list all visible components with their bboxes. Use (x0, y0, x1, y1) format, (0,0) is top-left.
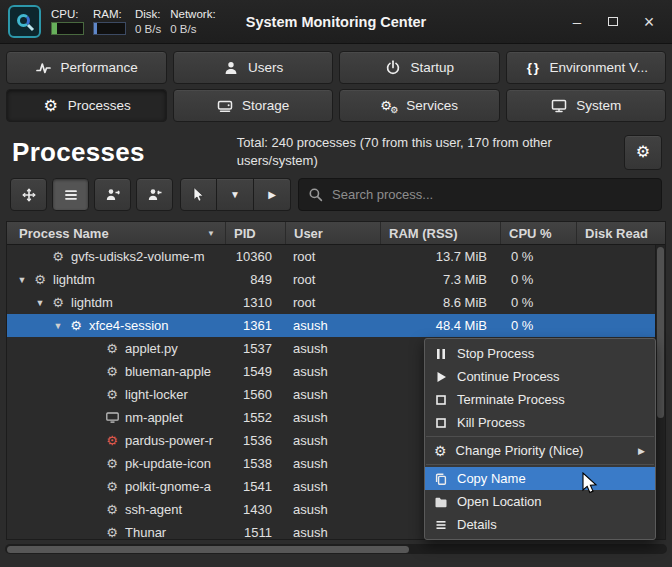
app-window: CPU:RAM:Disk:0 B/sNetwork:0 B/s System M… (0, 0, 672, 567)
vertical-scrollbar-thumb[interactable] (657, 247, 664, 418)
cell-pid: 1541 (225, 479, 285, 494)
process-name-text: applet.py (123, 341, 178, 356)
cell-cpu: 0 % (500, 272, 576, 287)
app-logo-icon (8, 5, 41, 38)
process-icon: ⚙ (68, 319, 84, 332)
menu-item-change-priority-nice[interactable]: ⚙Change Priority (Nice)▶ (425, 439, 655, 462)
column-label: CPU % (509, 226, 552, 241)
toolbar-buttons (10, 178, 173, 211)
process-name-text: light-locker (123, 387, 188, 402)
process-name-text: pardus-power-r (123, 433, 213, 448)
process-icon: ⚙ (104, 503, 120, 516)
tab-startup[interactable]: Startup (339, 51, 500, 84)
cell-ram: 7.3 MiB (380, 272, 500, 287)
user-processes-button[interactable] (94, 178, 131, 211)
menu-item-copy-name[interactable]: Copy Name (425, 467, 655, 490)
process-row-lightdm[interactable]: ▼⚙lightdm849root7.3 MiB0 % (7, 268, 665, 291)
braces-icon: { } (523, 59, 541, 76)
minimize-button[interactable]: – (562, 7, 592, 37)
cell-pid: 1361 (225, 318, 285, 333)
process-row-xfce4-session[interactable]: ▼⚙xfce4-session1361asush48.4 MiB0 % (7, 314, 665, 337)
tree-view-button[interactable] (10, 178, 47, 211)
column-header-pid[interactable]: PID (225, 222, 285, 244)
tab-label: Users (248, 60, 283, 75)
maximize-button[interactable] (598, 7, 628, 37)
metric-label: RAM: (93, 8, 126, 20)
cell-process-name: ⚙applet.py (7, 341, 225, 356)
cell-cpu: 0 % (500, 318, 576, 333)
expander-icon[interactable]: ▼ (15, 275, 29, 285)
cell-user: asush (285, 410, 380, 425)
gear-icon: ⚙ (434, 444, 447, 458)
cell-user: asush (285, 502, 380, 517)
select-process-button[interactable] (180, 178, 217, 211)
column-header-user[interactable]: User (285, 222, 380, 244)
titlebar-metrics: CPU:RAM:Disk:0 B/sNetwork:0 B/s (51, 8, 216, 35)
process-icon: ⚙ (32, 273, 48, 286)
expander-icon[interactable]: ▼ (33, 298, 47, 308)
window-title: System Monitoring Center (246, 14, 426, 30)
process-icon: ⚙ (104, 342, 120, 355)
list-view-button[interactable] (52, 178, 89, 211)
menu-item-label: Copy Name (457, 471, 526, 486)
search-input[interactable] (330, 186, 652, 203)
process-name-text: ssh-agent (123, 502, 182, 517)
tab-label: Services (406, 98, 458, 113)
menu-separator (426, 464, 654, 465)
all-processes-button[interactable] (136, 178, 173, 211)
column-header-ram-rss[interactable]: RAM (RSS) (380, 222, 500, 244)
horizontal-scrollbar[interactable] (5, 544, 667, 554)
tab-system[interactable]: System (506, 89, 667, 122)
menu-item-open-location[interactable]: Open Location (425, 490, 655, 513)
tab-performance[interactable]: Performance (6, 51, 167, 84)
process-icon: ⚙ (104, 434, 120, 447)
vertical-scrollbar[interactable] (655, 245, 665, 539)
menu-item-stop-process[interactable]: Stop Process (425, 342, 655, 365)
cell-pid: 1536 (225, 433, 285, 448)
cell-user: root (285, 272, 380, 287)
column-header-disk-read[interactable]: Disk Read (576, 222, 665, 244)
play-icon (434, 370, 448, 384)
triangle-down-icon: ▼ (230, 190, 240, 200)
gear-icon: ⚙ (636, 144, 650, 160)
gear-icon: ⚙ (42, 97, 60, 114)
cell-pid: 1549 (225, 364, 285, 379)
process-name-text: lightdm (69, 295, 113, 310)
process-name-text: blueman-apple (123, 364, 211, 379)
cell-process-name: nm-applet (7, 410, 225, 425)
process-row-gvfs-udisks2-volume-m[interactable]: ⚙gvfs-udisks2-volume-m10360root13.7 MiB0… (7, 245, 665, 268)
menu-item-label: Kill Process (457, 415, 525, 430)
metric-value: 0 B/s (135, 22, 161, 35)
titlebar: CPU:RAM:Disk:0 B/sNetwork:0 B/s System M… (0, 0, 672, 44)
menu-item-details[interactable]: Details (425, 513, 655, 536)
tab-label: Environment V... (549, 60, 648, 75)
close-button[interactable]: × (634, 7, 664, 37)
cell-pid: 1537 (225, 341, 285, 356)
metric-cpu: CPU: (51, 8, 84, 35)
tab-storage[interactable]: Storage (173, 89, 334, 122)
tab-environment-v[interactable]: { }Environment V... (506, 51, 667, 84)
kill-square-icon (434, 416, 448, 430)
tab-processes[interactable]: ⚙Processes (6, 89, 167, 122)
cell-process-name: ⚙blueman-apple (7, 364, 225, 379)
tab-users[interactable]: Users (173, 51, 334, 84)
settings-button[interactable]: ⚙ (624, 135, 662, 170)
search-icon (308, 187, 323, 202)
tab-label: Storage (242, 98, 289, 113)
magnifier-handle (27, 24, 34, 31)
tab-services[interactable]: ⚙⚙Services (339, 89, 500, 122)
cell-ram: 48.4 MiB (380, 318, 500, 333)
continue-button[interactable]: ▶ (254, 178, 291, 211)
process-row-lightdm[interactable]: ▼⚙lightdm1310root8.6 MiB0 % (7, 291, 665, 314)
expand-menu-button[interactable]: ▼ (217, 178, 254, 211)
cell-pid: 10360 (225, 249, 285, 264)
menu-item-terminate-process[interactable]: Terminate Process (425, 388, 655, 411)
process-name-text: xfce4-session (87, 318, 168, 333)
close-icon: × (644, 13, 655, 31)
menu-item-continue-process[interactable]: Continue Process (425, 365, 655, 388)
menu-item-kill-process[interactable]: Kill Process (425, 411, 655, 434)
expander-icon[interactable]: ▼ (51, 321, 65, 331)
column-header-cpu[interactable]: CPU % (500, 222, 576, 244)
horizontal-scrollbar-thumb[interactable] (7, 546, 409, 553)
column-header-process-name[interactable]: Process Name▼ (7, 222, 225, 244)
